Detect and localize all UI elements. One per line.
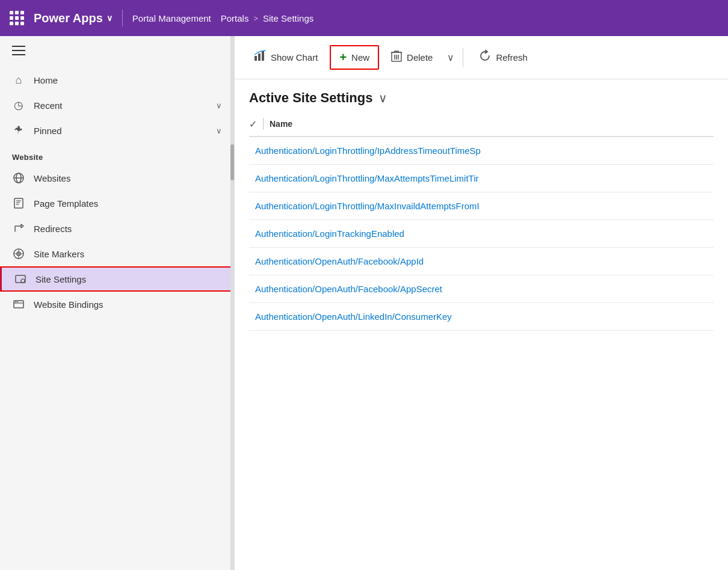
table-row[interactable]: Authentication/OpenAuth/Facebook/AppId [249,248,714,275]
redirects-icon [12,222,25,235]
table-row[interactable]: Authentication/LoginThrottling/IpAddress… [249,137,714,165]
content-area: Show Chart + New Delete [235,36,728,570]
main-layout: ⌂ Home ◷ Recent ∨ Pinned ∨ Website [0,36,728,570]
sidebar-item-website-bindings[interactable]: Website Bindings [0,292,234,317]
new-label: New [351,52,369,63]
site-settings-icon [14,272,27,286]
show-chart-icon [254,50,266,65]
sidebar-item-site-markers-label: Site Markers [34,249,84,259]
table-header-sep [263,118,264,130]
sidebar: ⌂ Home ◷ Recent ∨ Pinned ∨ Website [0,36,235,570]
app-name-chevron: ∨ [106,13,113,23]
show-chart-button[interactable]: Show Chart [244,45,327,70]
table-row-name[interactable]: Authentication/LoginTrackingEnabled [249,228,404,239]
sidebar-item-redirects-label: Redirects [34,224,72,234]
sidebar-item-redirects[interactable]: Redirects [0,216,234,241]
table-col-name: Name [270,119,292,129]
delete-icon [391,50,402,65]
sidebar-item-website-bindings-label: Website Bindings [34,299,103,310]
hamburger-icon [12,46,25,55]
sidebar-item-pinned[interactable]: Pinned ∨ [0,118,234,143]
websites-icon [12,171,25,185]
refresh-button[interactable]: Refresh [469,45,537,70]
view-title: Active Site Settings [249,90,372,106]
table-header: ✓ Name [249,112,714,137]
sidebar-scrollbar[interactable] [230,36,234,570]
view-title-chevron[interactable]: ∨ [378,91,387,105]
breadcrumb-current: Site Settings [263,13,313,23]
table-row[interactable]: Authentication/LoginThrottling/MaxAttemp… [249,165,714,192]
breadcrumb: Portals > Site Settings [221,13,314,23]
sidebar-item-site-settings-label: Site Settings [35,274,86,284]
table-header-check[interactable]: ✓ [249,118,257,130]
svg-rect-21 [254,56,257,61]
table-row[interactable]: Authentication/LoginThrottling/MaxInvail… [249,192,714,220]
delete-button[interactable]: Delete [381,45,442,70]
svg-point-19 [15,301,16,302]
sidebar-section-website: Website [0,143,234,165]
pinned-chevron-icon: ∨ [216,126,222,135]
table-row[interactable]: Authentication/OpenAuth/LinkedIn/Consume… [249,303,714,331]
home-icon: ⌂ [12,73,25,87]
svg-point-12 [21,279,25,283]
page-templates-icon [12,197,25,210]
sidebar-item-site-markers[interactable]: Site Markers [0,241,234,266]
new-button[interactable]: + New [330,45,379,70]
sidebar-item-pinned-label: Pinned [34,126,62,136]
sidebar-scrollbar-thumb[interactable] [230,144,234,180]
sidebar-nav: ⌂ Home ◷ Recent ∨ Pinned ∨ Website [0,65,234,570]
site-markers-icon [12,247,25,260]
table-row[interactable]: Authentication/OpenAuth/Facebook/AppSecr… [249,275,714,303]
table-row[interactable]: Authentication/LoginTrackingEnabled [249,220,714,248]
svg-rect-3 [14,198,23,208]
table-row-name[interactable]: Authentication/OpenAuth/Facebook/AppSecr… [249,284,442,294]
portal-management-label: Portal Management [132,13,211,23]
website-bindings-icon [12,298,25,311]
toolbar-separator [463,48,463,67]
sidebar-hamburger-button[interactable] [0,36,234,65]
show-chart-label: Show Chart [271,52,318,63]
table-row-name[interactable]: Authentication/OpenAuth/Facebook/AppId [249,256,424,266]
sidebar-item-websites[interactable]: Websites [0,165,234,191]
recent-icon: ◷ [12,99,25,112]
waffle-menu[interactable] [10,11,24,25]
pinned-icon [12,124,25,137]
svg-rect-23 [262,51,264,61]
refresh-icon [479,50,491,65]
recent-chevron-icon: ∨ [216,101,222,110]
nav-divider [122,10,123,26]
sidebar-item-page-templates[interactable]: Page Templates [0,191,234,216]
table-row-name[interactable]: Authentication/LoginThrottling/IpAddress… [249,146,481,156]
new-icon: + [339,51,347,64]
breadcrumb-portals[interactable]: Portals [221,13,249,23]
table-area: ✓ Name Authentication/LoginThrottling/Ip… [235,112,728,570]
app-name[interactable]: Power Apps ∨ [34,11,113,25]
sidebar-item-site-settings[interactable]: Site Settings [0,266,234,292]
table-row-name[interactable]: Authentication/LoginThrottling/MaxInvail… [249,201,480,211]
breadcrumb-separator: > [253,14,258,23]
sidebar-item-home[interactable]: ⌂ Home [0,67,234,93]
top-nav: Power Apps ∨ Portal Management Portals >… [0,0,728,36]
view-header: Active Site Settings ∨ [235,79,728,112]
table-row-name[interactable]: Authentication/LoginThrottling/MaxAttemp… [249,173,479,183]
svg-rect-22 [258,54,261,61]
sidebar-item-websites-label: Websites [34,173,70,183]
delete-dropdown-icon[interactable]: ∨ [445,52,457,63]
svg-point-20 [17,301,18,302]
sidebar-item-recent-label: Recent [34,100,63,111]
delete-label: Delete [407,52,433,63]
sidebar-item-page-templates-label: Page Templates [34,198,98,209]
table-row-name[interactable]: Authentication/OpenAuth/LinkedIn/Consume… [249,311,452,322]
app-name-label: Power Apps [34,11,103,25]
toolbar: Show Chart + New Delete [235,36,728,79]
sidebar-item-recent[interactable]: ◷ Recent ∨ [0,93,234,118]
sidebar-item-home-label: Home [34,75,58,85]
refresh-label: Refresh [496,52,528,63]
